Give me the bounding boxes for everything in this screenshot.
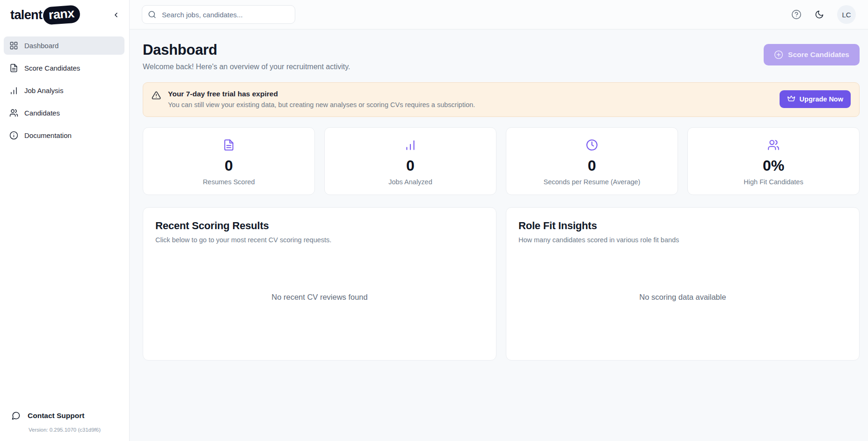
brand-logo-pill: ranx (43, 5, 80, 25)
empty-state-text: No recent CV reviews found (155, 244, 484, 351)
bar-chart-icon (9, 86, 18, 95)
users-icon (767, 139, 780, 151)
crown-icon (787, 95, 795, 103)
sidebar-item-label: Score Candidates (24, 64, 80, 72)
sidebar-item-score-candidates[interactable]: Score Candidates (4, 59, 124, 77)
stats-row: 0 Resumes Scored 0 Jobs Analyzed 0 Secon… (143, 127, 860, 195)
user-avatar[interactable]: LC (837, 5, 856, 24)
sidebar-item-job-analysis[interactable]: Job Analysis (4, 81, 124, 100)
stat-card-jobs-analyzed: 0 Jobs Analyzed (324, 127, 496, 195)
banner-text: Your 7-day free trial has expired You ca… (168, 90, 475, 108)
help-button[interactable] (791, 9, 802, 20)
chat-bubble-icon (11, 411, 21, 420)
stat-label: Jobs Analyzed (331, 178, 489, 186)
sidebar-nav: Dashboard Score Candidates Job Analysis … (0, 30, 129, 145)
panel-subtitle: Click below to go to your most recent CV… (155, 236, 484, 244)
role-fit-insights-panel: Role Fit Insights How many candidates sc… (506, 207, 860, 361)
trial-expired-banner: Your 7-day free trial has expired You ca… (143, 82, 860, 117)
banner-content: Your 7-day free trial has expired You ca… (152, 90, 780, 108)
contact-support-link[interactable]: Contact Support (0, 406, 129, 425)
plus-circle-icon (774, 50, 783, 59)
sidebar-item-documentation[interactable]: Documentation (4, 126, 124, 145)
banner-description: You can still view your existing data, b… (168, 101, 475, 108)
sidebar-item-label: Documentation (24, 131, 72, 139)
recent-scoring-results-panel: Recent Scoring Results Click below to go… (143, 207, 496, 361)
sidebar: talentranx Dashboard Score Candidates (0, 0, 130, 441)
score-candidates-label: Score Candidates (788, 51, 849, 59)
moon-icon (815, 10, 824, 19)
search-icon (148, 10, 156, 19)
panel-title: Recent Scoring Results (155, 220, 484, 232)
sidebar-item-label: Job Analysis (24, 87, 63, 94)
panel-title: Role Fit Insights (518, 220, 847, 232)
panel-subtitle: How many candidates scored in various ro… (518, 236, 847, 244)
file-text-icon (9, 64, 18, 72)
contact-support-label: Contact Support (28, 412, 84, 420)
stat-card-seconds-per-resume: 0 Seconds per Resume (Average) (506, 127, 678, 195)
file-text-icon (223, 139, 235, 151)
main-area: LC Dashboard Welcome back! Here's an ove… (130, 0, 868, 441)
stat-value: 0 (331, 158, 489, 174)
sidebar-item-label: Candidates (24, 109, 60, 117)
stat-card-resumes-scored: 0 Resumes Scored (143, 127, 315, 195)
empty-state-text: No scoring data available (518, 244, 847, 351)
dashboard-grid-icon (9, 41, 18, 50)
page-title: Dashboard (143, 42, 350, 58)
sidebar-item-dashboard[interactable]: Dashboard (4, 36, 124, 55)
upgrade-now-label: Upgrade Now (800, 95, 843, 103)
search-input[interactable] (161, 10, 289, 19)
clock-icon (586, 139, 598, 151)
banner-title: Your 7-day free trial has expired (168, 90, 475, 98)
alert-triangle-icon (152, 91, 161, 108)
stat-value: 0 (513, 158, 671, 174)
users-icon (9, 108, 18, 117)
topbar-actions: LC (791, 5, 856, 24)
info-circle-icon (9, 131, 18, 140)
sidebar-collapse-button[interactable] (109, 8, 123, 22)
brand-logo-left: talent (10, 8, 42, 22)
score-candidates-button[interactable]: Score Candidates (764, 44, 860, 65)
upgrade-now-button[interactable]: Upgrade Now (780, 90, 851, 108)
brand-logo[interactable]: talentranx (10, 6, 80, 24)
app-root: talentranx Dashboard Score Candidates (0, 0, 868, 441)
dark-mode-toggle[interactable] (815, 10, 824, 19)
help-circle-icon (791, 9, 802, 20)
stat-card-high-fit-candidates: 0% High Fit Candidates (687, 127, 860, 195)
stat-value: 0 (150, 158, 308, 174)
page-subtitle: Welcome back! Here's an overview of your… (143, 63, 350, 71)
stat-label: High Fit Candidates (694, 178, 853, 186)
avatar-initials: LC (842, 11, 851, 19)
sidebar-logo-row: talentranx (0, 0, 129, 30)
bar-chart-icon (404, 139, 416, 151)
stat-label: Seconds per Resume (Average) (513, 178, 671, 186)
sidebar-item-candidates[interactable]: Candidates (4, 104, 124, 122)
version-text: Version: 0.295.1070 (c31d9f6) (0, 425, 129, 435)
page-content: Dashboard Welcome back! Here's an overvi… (130, 29, 868, 441)
page-header: Dashboard Welcome back! Here's an overvi… (143, 42, 860, 71)
sidebar-item-label: Dashboard (24, 42, 58, 50)
stat-value: 0% (694, 158, 853, 174)
search-box (142, 5, 295, 24)
panels-row: Recent Scoring Results Click below to go… (143, 207, 860, 361)
sidebar-footer: Contact Support Version: 0.295.1070 (c31… (0, 403, 129, 441)
stat-label: Resumes Scored (150, 178, 308, 186)
page-header-text: Dashboard Welcome back! Here's an overvi… (143, 42, 350, 71)
chevron-left-icon (112, 11, 120, 19)
topbar: LC (130, 0, 868, 29)
